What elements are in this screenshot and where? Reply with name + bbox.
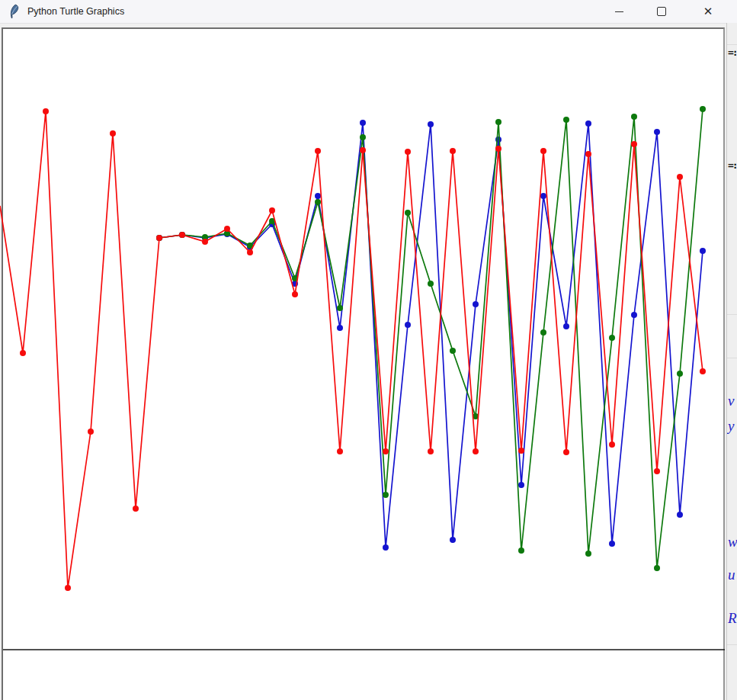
series-dot-blue [585, 120, 591, 127]
series-dot-blue [360, 120, 366, 126]
series-dot-red [495, 146, 501, 152]
series-dot-green [315, 199, 321, 205]
series-dot-red [609, 442, 615, 448]
series-dot-green [518, 547, 524, 554]
series-dot-blue [609, 541, 615, 547]
series-dot-green [631, 114, 637, 120]
series-dot-green [360, 134, 366, 140]
series-dot-red [563, 449, 569, 455]
series-dot-red [315, 148, 321, 154]
series-dot-red [518, 448, 524, 454]
series-dot-red [110, 130, 116, 136]
strip-separator-line [727, 644, 737, 645]
series-dot-red [631, 141, 637, 147]
series-dot-red [202, 239, 208, 245]
clipped-text-fragment: w [728, 535, 737, 549]
series-dot-red [677, 174, 683, 180]
series-dot-red [133, 506, 139, 512]
series-dot-blue [563, 323, 569, 329]
series-dot-red [269, 207, 275, 214]
series-dot-red [20, 350, 26, 356]
series-dot-green [585, 551, 591, 557]
series-dot-green [405, 210, 411, 216]
series-dot-red [179, 232, 185, 238]
series-dot-green [700, 106, 706, 112]
series-dot-green [677, 371, 683, 377]
right-edge-strip: =:=:vywuR [726, 23, 737, 700]
series-dot-red [450, 148, 456, 154]
series-dot-blue [383, 544, 389, 551]
strip-separator-line [727, 44, 737, 45]
series-dot-blue [337, 325, 343, 331]
series-dot-red [700, 368, 706, 374]
series-dot-red [88, 429, 94, 435]
series-dot-blue [654, 129, 660, 135]
series-dot-blue [450, 537, 456, 543]
series-dot-green [654, 565, 660, 571]
series-dot-green [450, 348, 456, 354]
strip-separator-line [727, 358, 737, 358]
series-dot-green [495, 119, 501, 125]
clipped-text-fragment: R [728, 611, 737, 625]
clipped-text-fragment: y [728, 419, 734, 433]
series-dot-green [428, 281, 434, 287]
series-dot-red [428, 448, 434, 454]
series-dot-red [360, 147, 366, 153]
series-dot-blue [677, 512, 683, 518]
series-dot-red [43, 108, 49, 114]
series-dot-blue [405, 322, 411, 328]
clipped-text-fragment: v [728, 393, 734, 408]
chaos-line-chart [0, 0, 737, 700]
series-dot-red [473, 448, 479, 454]
series-dot-green [540, 329, 546, 336]
series-dot-red [383, 448, 389, 454]
series-dot-blue [700, 248, 706, 254]
series-dot-red [585, 151, 591, 157]
series-dot-red [654, 468, 660, 474]
clipped-text-fragment: =: [728, 47, 737, 57]
series-dot-red [405, 149, 411, 155]
turtle-graphics-window: Python Turtle Graphics ✕ =:=:vywuR [0, 0, 737, 700]
series-dot-red [65, 585, 71, 591]
series-line-green [159, 109, 703, 568]
series-dot-green [563, 117, 569, 123]
series-dot-green [337, 305, 343, 311]
series-dot-blue [315, 193, 321, 199]
clipped-text-fragment: =: [728, 160, 737, 170]
series-dot-blue [428, 121, 434, 127]
series-dot-blue [540, 193, 546, 199]
series-dot-red [337, 448, 343, 454]
clipped-text-fragment: u [728, 567, 735, 582]
series-dot-green [383, 492, 389, 498]
series-line-red [0, 111, 703, 588]
series-dot-green [609, 335, 615, 341]
series-dot-red [292, 291, 298, 297]
strip-separator-line [727, 314, 737, 315]
series-dot-blue [518, 482, 524, 488]
series-dot-red [540, 148, 546, 154]
series-dot-blue [473, 301, 479, 307]
series-dot-red [156, 235, 162, 241]
series-dot-red [247, 249, 253, 255]
series-line-blue [159, 123, 703, 547]
series-dot-blue [631, 312, 637, 318]
series-dot-red [224, 226, 230, 232]
